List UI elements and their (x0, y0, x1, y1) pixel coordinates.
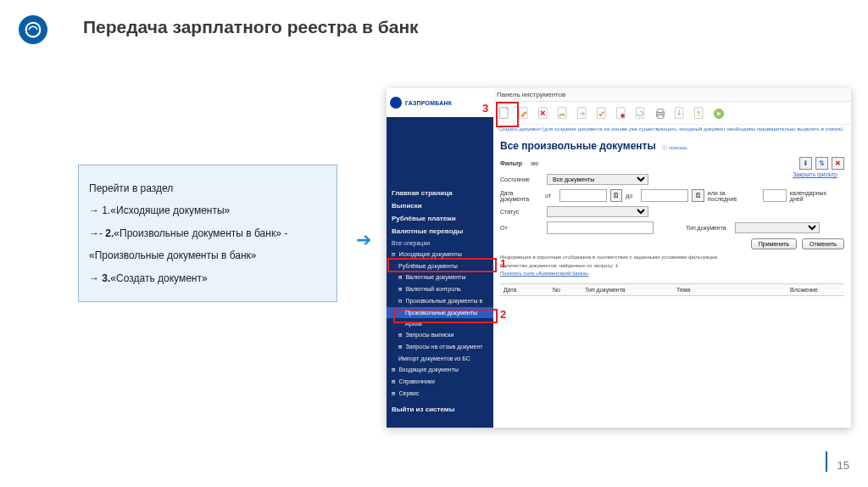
slide-title: Передача зарплатного реестра в банк (83, 17, 419, 37)
instruction-step-2: →- 2.«Произвольные документы в банк» - (89, 222, 326, 244)
svg-rect-6 (597, 108, 605, 119)
nav-outgoing[interactable]: Исходящие документы (387, 249, 493, 260)
bank-name: ГАЗПРОМБАНК (405, 100, 452, 106)
show-comment-link[interactable]: Показать поле «Комментарий банка» (500, 271, 588, 276)
svg-point-0 (26, 23, 41, 37)
filter-name: яю (531, 160, 556, 166)
filter-manage-icon[interactable]: ⇅ (815, 157, 828, 170)
info-count-text: Количество документов, найденных по запр… (500, 262, 844, 271)
callout-num-3: 3 (482, 102, 488, 115)
instruction-step-2-sub: «Произвольные документы в банк» (89, 244, 326, 266)
svg-point-8 (620, 114, 625, 118)
cancel-button[interactable]: Отменить (802, 238, 844, 249)
date-from-input[interactable] (559, 189, 607, 202)
nav-logout[interactable]: Выйти из системы (387, 403, 493, 416)
help-link[interactable]: Ⓘ помощь (662, 145, 687, 150)
page-number: 15 (837, 459, 849, 472)
slide-logo (19, 15, 47, 44)
svg-rect-1 (499, 108, 508, 119)
close-filter-link[interactable]: Закрыть фильтр (793, 171, 837, 177)
nav-service[interactable]: Сервис (387, 388, 493, 400)
panel-title: Панель инструментов (493, 88, 851, 102)
toolbar-delete-icon[interactable] (536, 105, 550, 122)
svg-rect-12 (657, 115, 662, 119)
svg-rect-11 (657, 109, 662, 113)
date-from-picker-icon[interactable]: 🗓 (610, 189, 622, 202)
nav-refs[interactable]: Справочники (387, 376, 493, 388)
nav-fx-docs[interactable]: Валютные документы (387, 271, 493, 283)
from-label: От (500, 225, 538, 231)
instruction-intro: Перейти в раздел (89, 177, 326, 199)
instruction-box: Перейти в раздел → 1.«Исходящие документ… (78, 165, 337, 302)
callout-num-2: 2 (500, 308, 506, 321)
nav-rub-payments[interactable]: Рублёвые платежи (387, 212, 493, 225)
instruction-step-3: → 3.«Создать документ» (89, 267, 326, 289)
svg-rect-5 (577, 108, 586, 119)
nav-archive[interactable]: Архив (387, 318, 493, 329)
toolbar-sign-icon[interactable] (555, 105, 570, 122)
svg-rect-4 (558, 108, 566, 119)
nav-arbitrary-docs[interactable]: Произвольные документы (387, 307, 493, 318)
doctype-label: Тип документа (686, 225, 726, 231)
state-label: Состояние (500, 176, 538, 182)
bank-logo-icon (390, 97, 402, 109)
toolbar-unsign-icon[interactable] (614, 105, 628, 122)
status-select[interactable] (547, 206, 648, 217)
toolbar-hint: Создать документ (для создания документа… (493, 125, 851, 135)
col-subject[interactable]: Тема (673, 284, 787, 295)
date-alt-label: или за последние (708, 190, 754, 202)
apply-button[interactable]: Применить (751, 238, 797, 249)
nav-incoming[interactable]: Входящие документы (387, 364, 493, 376)
toolbar-import-icon[interactable] (692, 105, 706, 122)
state-select[interactable]: Все документы (547, 174, 648, 185)
nav-import[interactable]: Импорт документов из БС (387, 353, 493, 364)
date-to-picker-icon[interactable]: 🗓 (692, 189, 704, 202)
filter-label: Фильтр (500, 160, 522, 166)
doctype-select[interactable] (735, 222, 820, 233)
date-days-suffix: календарных дней (790, 190, 839, 202)
col-type[interactable]: Тип документа (581, 284, 673, 295)
nav-fx-ctrl[interactable]: Валютный контроль (387, 283, 493, 295)
nav-fx-transfers[interactable]: Валютные переводы (387, 225, 493, 238)
instruction-step-1: → 1.«Исходящие документы» (89, 199, 326, 221)
table-header: Дата No Тип документа Тема Вложение (500, 283, 844, 296)
nav-rub-docs[interactable]: Рублёвые документы (387, 260, 493, 271)
nav-req-statements[interactable]: Запросы выписки (387, 329, 493, 341)
toolbar-new-icon[interactable] (497, 105, 511, 122)
info-filter-text: Информация в скроллере отображена в соот… (500, 254, 844, 262)
content-area: Панель инструментов Создать документ (дл… (493, 88, 851, 428)
toolbar-send-icon[interactable] (575, 105, 589, 122)
col-attach[interactable]: Вложение (787, 284, 844, 295)
date-to-input[interactable] (641, 189, 688, 202)
footer-accent (826, 451, 827, 472)
toolbar-edit-icon[interactable] (516, 105, 531, 122)
nav-home[interactable]: Главная страница (387, 187, 493, 199)
nav-all-operations[interactable]: Все операции (387, 238, 493, 249)
from-input[interactable] (547, 221, 654, 234)
col-date[interactable]: Дата (500, 284, 549, 295)
toolbar-print-icon[interactable] (653, 105, 667, 122)
filter-save-icon[interactable]: ⬇ (799, 157, 812, 170)
date-to-label: до (626, 193, 632, 199)
col-no[interactable]: No (549, 284, 581, 295)
pointer-arrow-icon: ➔ (356, 229, 371, 251)
toolbar (493, 102, 851, 125)
callout-num-1: 1 (500, 257, 506, 270)
filter-clear-icon[interactable]: ✖ (832, 157, 844, 170)
date-from-label: от (545, 193, 551, 199)
bank-brand: ГАЗПРОМБАНК (387, 88, 493, 117)
app-screenshot: ГАЗПРОМБАНК Главная страница Выписки Руб… (387, 88, 851, 428)
date-days-input[interactable] (763, 189, 787, 202)
toolbar-check-icon[interactable] (594, 105, 609, 122)
toolbar-refresh-icon[interactable] (633, 105, 648, 122)
sidebar: ГАЗПРОМБАНК Главная страница Выписки Руб… (387, 88, 493, 428)
nav-statements[interactable]: Выписки (387, 199, 493, 212)
date-label: Дата документа (500, 190, 537, 202)
nav-arbitrary-bank[interactable]: Произвольные документы в (387, 295, 493, 307)
toolbar-export-icon[interactable] (672, 105, 687, 122)
content-header: Все произвольные документы (500, 140, 656, 152)
status-label: Статус (500, 209, 538, 215)
nav-req-recall[interactable]: Запросы на отзыв документ (387, 341, 493, 353)
toolbar-run-icon[interactable] (711, 105, 726, 122)
